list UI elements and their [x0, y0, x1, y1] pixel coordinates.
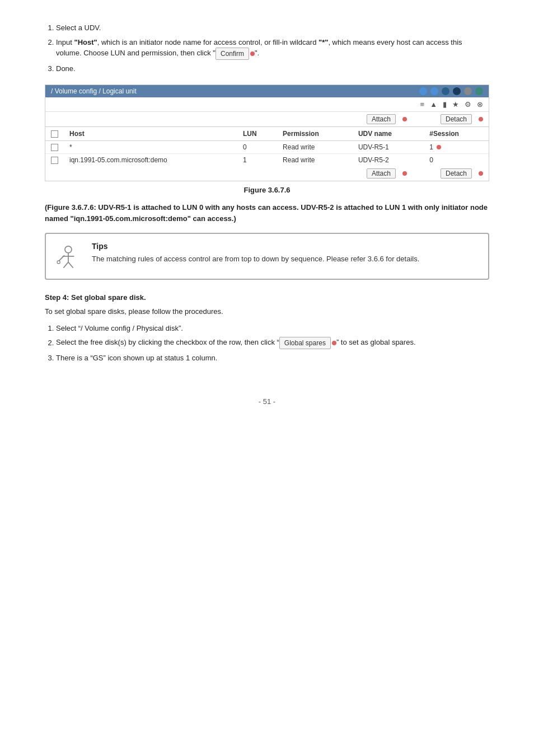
session-dot: [437, 145, 441, 149]
row-host-1: iqn.1991-05.com.microsoft:demo: [64, 154, 237, 167]
header-icon-3: [442, 87, 449, 95]
tips-title: Tips: [92, 242, 478, 251]
tips-text: The matching rules of access control are…: [92, 253, 478, 265]
tbar-icon-upload[interactable]: ▲: [430, 100, 437, 109]
step4-sub1-text: Select “/ Volume config / Physical disk”…: [56, 324, 183, 332]
confirm-dot: [250, 51, 255, 56]
detach-button-top[interactable]: Detach: [441, 114, 472, 124]
col-header-lun: LUN: [237, 126, 277, 140]
header-icon-6: [475, 87, 483, 95]
tips-box: Tips The matching rules of access contro…: [45, 233, 489, 280]
lun-table: Host LUN Permission UDV name #Session * …: [45, 126, 489, 167]
row-checkbox-1[interactable]: [51, 157, 58, 164]
figure-description: (Figure 3.6.7.6: UDV-R5-1 is attached to…: [45, 202, 489, 224]
step-2-part1: Input: [56, 38, 74, 46]
step-2-part2: , which is an initiator node name for ac…: [97, 38, 318, 46]
step-1-item: Select a UDV.: [56, 22, 489, 34]
step4-heading: Step 4: Set global spare disk.: [45, 293, 489, 302]
row-udv-1: UDV-R5-2: [353, 154, 424, 167]
attach-button-bottom[interactable]: Attach: [367, 168, 396, 179]
global-spares-dot: [332, 341, 336, 345]
row-checkbox-cell: [45, 140, 64, 153]
detach-dot-top: [479, 117, 483, 121]
header-icon-1: [419, 87, 427, 95]
row-permission-0: Read write: [277, 140, 353, 153]
svg-point-0: [65, 246, 72, 253]
row-host-0: *: [64, 140, 237, 153]
row-udv-0: UDV-R5-1: [353, 140, 424, 153]
row-session-1: 0: [424, 154, 489, 167]
table-row: * 0 Read write UDV-R5-1 1: [45, 140, 489, 153]
tbar-icon-close[interactable]: ⊗: [477, 100, 483, 109]
row-lun-0: 0: [237, 140, 277, 153]
attach-button-top[interactable]: Attach: [367, 114, 396, 124]
tbar-icon-star[interactable]: ★: [452, 100, 459, 109]
row-checkbox-cell: [45, 154, 64, 167]
global-spares-button[interactable]: Global spares: [279, 337, 331, 349]
top-toolbar-row: Attach Detach: [45, 112, 489, 126]
tbar-icon-save[interactable]: ▮: [443, 100, 447, 109]
page-number: - 51 -: [259, 397, 275, 406]
figure-header: / Volume config / Logical unit: [45, 85, 489, 97]
header-checkbox[interactable]: [51, 130, 58, 138]
tips-icon-area: [54, 242, 83, 271]
col-header-permission: Permission: [277, 126, 353, 140]
confirm-button[interactable]: Confirm: [216, 48, 249, 60]
step-3-item: Done.: [56, 63, 489, 74]
col-header-checkbox: [45, 126, 64, 140]
figure-container: / Volume config / Logical unit ≡ ▲ ▮ ★ ⚙…: [45, 84, 489, 182]
col-header-udv: UDV name: [353, 126, 424, 140]
header-icon-2: [430, 87, 438, 95]
svg-line-5: [59, 256, 64, 261]
step4-sub2-item: Select the free disk(s) by clicking the …: [56, 337, 489, 349]
tips-icon: [54, 242, 83, 271]
detach-button-bottom[interactable]: Detach: [441, 168, 472, 179]
step-1-text: Select a UDV.: [56, 24, 101, 32]
row-lun-1: 1: [237, 154, 277, 167]
step-2-item: Input "Host", which is an initiator node…: [56, 37, 489, 60]
col-header-host: Host: [64, 126, 237, 140]
step4-bold: Step 4:: [45, 293, 69, 302]
svg-line-4: [68, 262, 73, 268]
step4-sub3-text: There is a “GS” icon shown up at status …: [56, 354, 217, 362]
page-footer: - 51 -: [45, 397, 489, 406]
bottom-toolbar-row: Attach Detach: [45, 166, 489, 181]
step-2-host: "Host": [74, 38, 97, 46]
attach-dot-bottom: [402, 171, 407, 176]
figure-header-title: / Volume config / Logical unit: [51, 87, 137, 95]
row-permission-1: Read write: [277, 154, 353, 167]
svg-line-3: [63, 262, 68, 268]
row-checkbox-0[interactable]: [51, 144, 58, 151]
figure-toolbar: ≡ ▲ ▮ ★ ⚙ ⊗: [45, 97, 489, 112]
figure-header-icons: [419, 87, 483, 95]
step4-sub2-part1: Select the free disk(s) by clicking the …: [56, 339, 279, 347]
tbar-icon-list[interactable]: ≡: [420, 100, 425, 109]
step4-sub2-part2: ” to set as global spares.: [336, 339, 416, 347]
step4-sub3-item: There is a “GS” icon shown up at status …: [56, 353, 489, 364]
row-session-0: 1: [424, 140, 489, 153]
attach-dot-top: [402, 117, 407, 121]
step-2-end: ".: [255, 49, 259, 57]
tips-content: Tips The matching rules of access contro…: [92, 242, 478, 265]
figure-caption: Figure 3.6.7.6: [45, 186, 489, 194]
step-3-text: Done.: [56, 64, 76, 73]
step4-desc: To set global spare disks, please follow…: [45, 306, 489, 317]
col-header-session: #Session: [424, 126, 489, 140]
header-icon-5: [464, 87, 472, 95]
step4-rest: Set global spare disk.: [69, 293, 146, 302]
step-2-wildcard: "*": [318, 38, 328, 46]
tbar-icon-gear[interactable]: ⚙: [465, 100, 471, 109]
header-icon-4: [453, 87, 461, 95]
table-row: iqn.1991-05.com.microsoft:demo 1 Read wr…: [45, 154, 489, 167]
step4-sub1-item: Select “/ Volume config / Physical disk”…: [56, 323, 489, 334]
detach-dot-bottom: [479, 171, 483, 176]
